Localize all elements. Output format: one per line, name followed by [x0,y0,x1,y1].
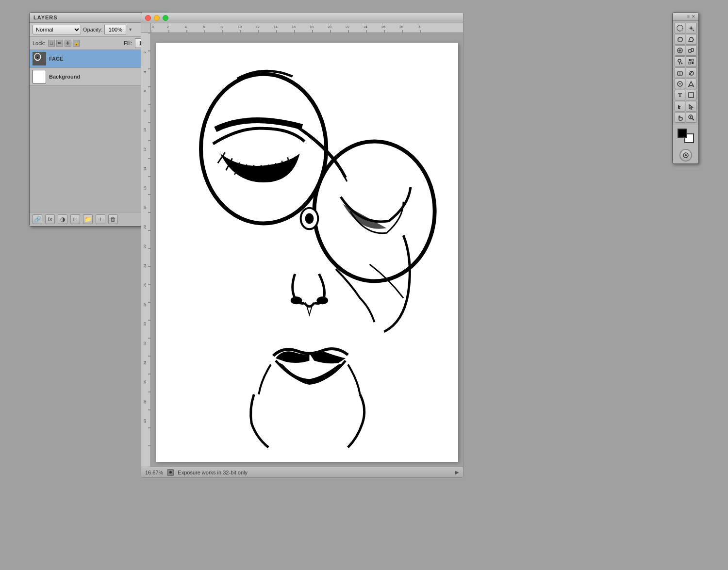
layer-fx-button[interactable]: fx [45,214,55,224]
lock-all-icon[interactable]: 🔒 [73,40,80,47]
ruler-horizontal: 0 2 4 6 8 10 12 14 16 18 20 [151,23,463,33]
lock-transparent-icon[interactable]: □ [48,40,55,47]
status-icon-button[interactable]: ⊕ [167,469,174,476]
svg-text:4: 4 [143,71,147,73]
canvas-area: 0 2 4 6 8 10 12 14 16 18 20 [141,12,463,478]
elliptical-marquee-tool[interactable] [675,23,685,33]
svg-text:6: 6 [143,90,147,92]
svg-text:3: 3 [418,25,420,29]
svg-line-118 [692,118,694,120]
svg-text:2: 2 [143,51,147,53]
svg-text:8: 8 [143,110,147,112]
lock-image-icon[interactable]: ✏ [56,40,63,47]
tools-grid: T [673,21,698,125]
svg-text:40: 40 [143,419,147,423]
layer-name-background: Background [49,74,80,80]
fill-label: Fill: [124,40,132,46]
polygonal-lasso-tool[interactable] [686,34,696,45]
svg-point-106 [678,59,681,62]
svg-text:18: 18 [310,25,314,29]
svg-text:26: 26 [381,25,385,29]
svg-text:8: 8 [221,25,223,29]
document-white-area [156,43,458,462]
svg-text:2: 2 [167,25,169,29]
svg-rect-116 [689,93,694,98]
svg-text:24: 24 [364,25,367,29]
svg-text:28: 28 [143,303,147,307]
text-tool-label: T [678,91,682,99]
svg-text:10: 10 [143,128,147,132]
svg-text:16: 16 [292,25,296,29]
svg-text:36: 36 [143,380,147,384]
hand-tool[interactable] [675,112,685,123]
foreground-color-swatch[interactable] [678,129,687,138]
window-minimize-button[interactable] [154,15,160,21]
svg-text:14: 14 [143,167,147,171]
status-arrow-button[interactable]: ▶ [455,470,459,475]
svg-point-96 [305,213,314,224]
tools-close-icon[interactable]: ✕ [692,14,695,19]
blur-tool[interactable] [675,79,685,89]
layer-link-button[interactable]: 🔗 [33,214,42,224]
magic-wand-tool[interactable] [686,23,696,33]
lock-move-icon[interactable]: ✛ [65,40,71,47]
color-squares [678,129,694,143]
svg-text:14: 14 [274,25,278,29]
layer-delete-button[interactable]: 🗑 [108,214,118,224]
opacity-arrow-icon[interactable]: ▼ [128,27,132,32]
layer-thumbnail-face [33,52,46,65]
healing-brush-tool[interactable] [675,45,685,56]
zoom-level: 16.67% [145,470,163,475]
layer-name-face: FACE [49,56,63,62]
svg-text:6: 6 [203,25,205,29]
opacity-label: Opacity: [83,27,102,33]
svg-point-94 [314,142,434,281]
svg-point-99 [677,25,683,31]
tools-titlebar: ≡ ✕ [673,13,698,21]
opacity-input[interactable] [104,25,126,34]
layers-title: LAYERS [33,15,58,20]
direct-selection-tool[interactable] [686,101,696,112]
window-maximize-button[interactable] [163,15,168,21]
svg-text:34: 34 [143,361,147,365]
path-selection-tool[interactable] [675,101,685,112]
lasso-tool[interactable] [675,34,685,45]
svg-text:30: 30 [143,322,147,326]
svg-text:20: 20 [143,225,147,229]
text-tool[interactable]: T [675,90,685,100]
eraser-tool[interactable] [675,67,685,78]
background-eraser-tool[interactable] [686,67,696,78]
svg-text:18: 18 [143,206,147,210]
svg-text:12: 12 [256,25,260,29]
svg-text:16: 16 [143,186,147,190]
zoom-tool[interactable] [686,112,696,123]
svg-point-122 [685,154,687,156]
svg-rect-108 [692,59,694,61]
clone-stamp-tool[interactable] [675,56,685,67]
pattern-stamp-tool[interactable] [686,56,696,67]
layer-new-fill-button[interactable]: ◑ [58,214,67,224]
window-close-button[interactable] [145,15,151,21]
blend-mode-select[interactable]: Normal Multiply Screen Overlay [33,25,81,34]
artwork-svg [156,43,458,462]
svg-rect-110 [692,62,694,64]
layer-new-button[interactable]: + [96,214,105,224]
layer-group-button[interactable]: 📁 [83,214,93,224]
shape-tool[interactable] [686,90,696,100]
svg-rect-2 [33,70,46,83]
canvas-statusbar: 16.67% ⊕ Exposure works in 32-bit only ▶ [141,467,463,477]
svg-text:20: 20 [328,25,331,29]
layer-mask-button[interactable]: □ [70,214,80,224]
quick-mask-button[interactable] [679,149,692,162]
svg-point-81 [201,74,326,224]
sharpen-tool[interactable] [686,79,696,89]
tools-collapse-icon[interactable]: ≡ [687,14,690,19]
patch-tool[interactable] [686,45,696,56]
svg-text:22: 22 [143,244,147,248]
status-message: Exposure works in 32-bit only [178,470,248,475]
svg-rect-105 [691,49,694,51]
svg-rect-107 [689,59,691,61]
tools-color-area [673,125,698,147]
canvas-document[interactable] [151,33,463,467]
svg-text:26: 26 [143,283,147,287]
